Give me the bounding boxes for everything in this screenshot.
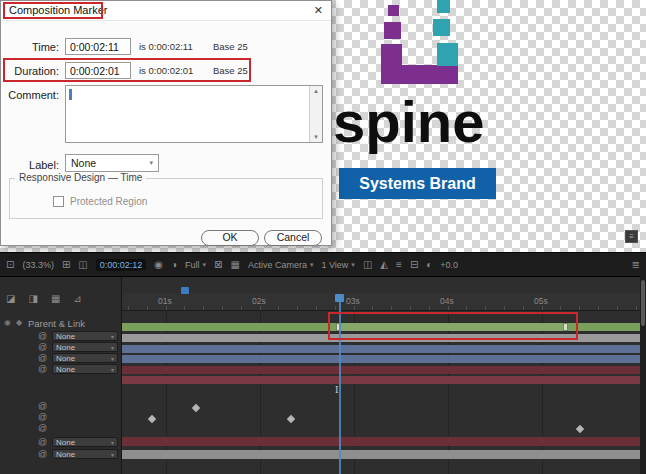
parent-dropdown[interactable]: None ▾ (52, 449, 118, 459)
fast-preview-icon[interactable]: ◭ (380, 259, 388, 270)
label-dropdown[interactable]: None ▾ (65, 154, 159, 172)
cancel-button[interactable]: Cancel (264, 230, 322, 246)
keyframe-diamond[interactable] (576, 425, 584, 433)
timeline-button-icon[interactable]: ≡ (396, 259, 402, 270)
scrollbar-thumb[interactable] (641, 280, 645, 326)
logo-banner: Systems Brand (339, 168, 496, 199)
chevron-down-icon: ▾ (111, 366, 114, 373)
scroll-up-icon[interactable]: ▴ (310, 87, 322, 95)
pick-whip-icon[interactable]: @ (38, 331, 47, 341)
exposure-icon[interactable]: ◐ (426, 259, 432, 270)
protected-region-checkbox[interactable] (53, 196, 64, 207)
layer-bar-blue[interactable] (122, 355, 640, 363)
pixel-aspect-icon[interactable]: ◫ (363, 259, 372, 270)
snapshot-icon[interactable]: ◉ (154, 259, 163, 270)
parent-dropdown[interactable]: None ▾ (52, 353, 118, 363)
show-channel-icon[interactable]: ◑ (171, 259, 177, 270)
time-ruler[interactable]: 01s 02s 03s 04s 05s (122, 293, 640, 311)
parent-value: None (56, 354, 75, 363)
parent-value: None (56, 343, 75, 352)
pick-whip-icon[interactable]: @ (38, 423, 47, 433)
flowchart-icon[interactable]: ⊟ (410, 259, 418, 270)
duration-info: is 0:00:02:01 (139, 65, 193, 76)
region-of-interest-icon[interactable]: ⊠ (214, 259, 222, 270)
comment-scrollbar[interactable]: ▴ ▾ (309, 86, 322, 142)
3d-view-value: Active Camera (248, 260, 307, 270)
pick-whip-icon[interactable]: @ (38, 449, 47, 459)
transparency-grid-icon[interactable]: ▦ (231, 259, 240, 270)
layer-row: @ None ▾ (0, 353, 122, 364)
label-dropdown-value: None (71, 157, 96, 169)
duration-input[interactable]: 0:00:02:01 (65, 62, 131, 79)
layer-bar-maroon[interactable] (122, 366, 640, 374)
pick-whip-icon[interactable]: @ (38, 412, 47, 422)
timeline-track-area: 01s 02s 03s 04s 05s I (122, 276, 640, 474)
exposure-value[interactable]: +0.0 (440, 260, 458, 270)
current-time-indicator-line[interactable] (339, 302, 341, 474)
chevron-down-icon: ▾ (111, 439, 114, 446)
pick-whip-icon[interactable]: @ (38, 364, 47, 374)
time-input[interactable]: 0:00:02:11 (65, 38, 131, 55)
logo-pixel-square (381, 65, 458, 84)
scroll-down-icon[interactable]: ▾ (310, 133, 322, 141)
parent-dropdown[interactable]: None ▾ (52, 331, 118, 341)
duration-base: Base 25 (213, 65, 248, 76)
close-icon[interactable]: ✕ (314, 4, 323, 17)
timeline-left-pane: ◪ ◨ ▦ ⊿ ◉ ◆ Parent & Link @ None ▾ @ Non… (0, 276, 122, 474)
parent-value: None (56, 438, 75, 447)
ok-button[interactable]: OK (201, 230, 259, 246)
grid-options-icon[interactable]: ⊞ (62, 259, 70, 270)
shy-layers-icon[interactable]: ◪ (6, 293, 15, 304)
dialog-titlebar[interactable]: Composition Marker ✕ (1, 1, 331, 21)
comment-textarea[interactable]: ▴ ▾ (65, 85, 323, 143)
pick-whip-icon[interactable]: @ (38, 437, 47, 447)
layer-bar-maroon[interactable] (122, 437, 640, 446)
pick-whip-icon[interactable]: @ (38, 401, 47, 411)
parent-dropdown[interactable]: None ▾ (52, 364, 118, 374)
pick-whip-icon[interactable]: @ (38, 353, 47, 363)
ruler-label: 03s (346, 296, 360, 306)
parent-value: None (56, 450, 75, 459)
composition-marker-span[interactable] (336, 323, 568, 331)
marker-end-flag[interactable] (563, 323, 568, 331)
text-caret (69, 89, 72, 100)
layer-bar-blue[interactable] (122, 345, 640, 353)
logo-wordmark: spine (333, 88, 485, 155)
keyframe-diamond[interactable] (148, 415, 156, 423)
keyframe-diamond[interactable] (287, 415, 295, 423)
layer-bar-maroon[interactable] (122, 376, 640, 384)
after-effects-window: spine Systems Brand ≡ Composition Marker… (0, 0, 646, 474)
panel-corner-icon[interactable]: ≡ (625, 230, 638, 243)
parent-dropdown[interactable]: None ▾ (52, 437, 118, 447)
view-layout-value: 1 View (322, 260, 349, 270)
timeline-scrollbar[interactable] (640, 276, 646, 474)
parent-dropdown[interactable]: None ▾ (52, 342, 118, 352)
motion-blur-icon[interactable]: ▦ (51, 293, 60, 304)
current-time-indicator-handle[interactable] (335, 294, 344, 302)
mask-visibility-icon[interactable]: ◫ (78, 259, 87, 270)
chevron-down-icon: ▾ (310, 261, 314, 269)
ruler-marker[interactable] (181, 287, 189, 294)
keyframe-diamond[interactable] (192, 404, 200, 412)
graph-editor-icon[interactable]: ⊿ (73, 293, 81, 304)
resolution-dropdown[interactable]: Full ▾ (185, 260, 206, 270)
logo-banner-text: Systems Brand (359, 175, 476, 193)
label-label: Label: (1, 159, 59, 171)
magnification-value[interactable]: (33.3%) (22, 260, 54, 270)
3d-view-dropdown[interactable]: Active Camera ▾ (248, 260, 314, 270)
comment-label: Comment: (1, 89, 59, 101)
layer-bar-gray[interactable] (122, 450, 640, 459)
layer-bar-gray[interactable] (122, 334, 640, 342)
chevron-down-icon: ▾ (111, 451, 114, 458)
logo-pixel-square (437, 43, 458, 66)
current-time-display[interactable]: 0:00:02:12 (96, 259, 147, 271)
magnification-icon[interactable]: ⊡ (6, 259, 14, 270)
label-column-icon: ◆ (16, 318, 22, 327)
frame-blending-icon[interactable]: ◨ (28, 293, 37, 304)
pick-whip-icon[interactable]: @ (38, 342, 47, 352)
chevron-down-icon: ▾ (111, 344, 114, 351)
view-layout-dropdown[interactable]: 1 View ▾ (322, 260, 355, 270)
parent-value: None (56, 332, 75, 341)
layer-row: @ None ▾ (0, 342, 122, 353)
panel-menu-icon[interactable]: ≣ (632, 259, 640, 270)
